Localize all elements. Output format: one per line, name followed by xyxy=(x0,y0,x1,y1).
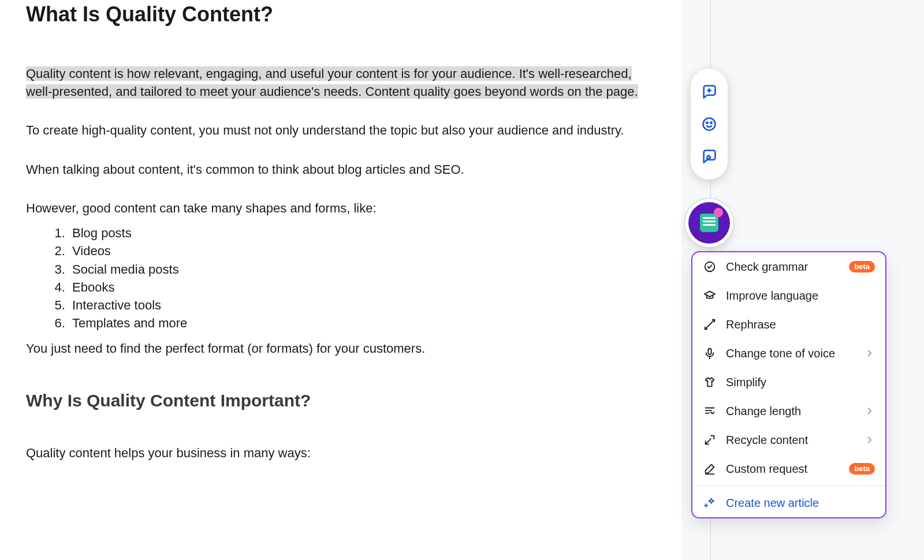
menu-item-label: Simplify xyxy=(726,376,875,389)
recycle-arrow-icon xyxy=(703,433,717,447)
paragraph: However, good content can take many shap… xyxy=(26,199,655,217)
menu-item-rephrase[interactable]: Rephrase xyxy=(692,310,885,339)
add-comment-icon xyxy=(701,84,717,100)
graduation-cap-icon xyxy=(703,289,717,303)
menu-item-improve-language[interactable]: Improve language xyxy=(692,281,885,310)
menu-item-label: Improve language xyxy=(726,289,875,303)
menu-item-label: Recycle content xyxy=(726,434,855,447)
text-resize-icon xyxy=(703,404,717,418)
menu-item-create-new-article[interactable]: Create new article xyxy=(692,488,885,517)
list-item: Blog posts xyxy=(69,224,655,242)
suggest-edit-icon xyxy=(701,148,717,165)
menu-item-change-length[interactable]: Change length xyxy=(692,397,885,425)
menu-item-label: Create new article xyxy=(726,496,875,510)
paragraph: When talking about content, it's common … xyxy=(26,160,655,178)
add-comment-button[interactable] xyxy=(700,83,718,101)
ai-assistant-fab[interactable] xyxy=(688,202,730,244)
menu-item-label: Custom request xyxy=(726,462,840,476)
emoji-react-button[interactable] xyxy=(700,115,718,133)
list-item: Ebooks xyxy=(69,278,655,296)
svg-point-3 xyxy=(706,122,707,124)
menu-item-custom-request[interactable]: Custom request beta xyxy=(692,454,885,483)
notification-dot xyxy=(714,208,723,217)
tshirt-icon xyxy=(703,375,717,389)
ai-actions-menu: Check grammar beta Improve language Reph… xyxy=(691,251,886,518)
emoji-icon xyxy=(701,116,717,132)
menu-item-label: Check grammar xyxy=(726,260,840,274)
svg-point-4 xyxy=(710,122,711,124)
check-circle-icon xyxy=(703,260,717,274)
list-item: Interactive tools xyxy=(69,296,655,314)
suggest-edit-button[interactable] xyxy=(700,147,718,166)
beta-badge: beta xyxy=(849,261,875,272)
sparkle-plus-icon xyxy=(703,496,717,510)
shuffle-icon xyxy=(703,318,717,331)
pen-custom-icon xyxy=(703,462,717,476)
chevron-right-icon xyxy=(865,435,875,445)
paragraph: You just need to find the perfect format… xyxy=(26,339,655,357)
heading-section: Why Is Quality Content Important? xyxy=(26,375,655,410)
formats-list: Blog posts Videos Social media posts Ebo… xyxy=(26,224,655,332)
mic-icon xyxy=(703,346,717,360)
menu-item-check-grammar[interactable]: Check grammar beta xyxy=(692,252,885,281)
paragraph: To create high-quality content, you must… xyxy=(26,121,655,139)
list-item: Social media posts xyxy=(69,260,655,278)
beta-badge: beta xyxy=(849,463,875,475)
list-item: Videos xyxy=(69,242,655,260)
floating-action-pill xyxy=(691,69,728,180)
svg-rect-6 xyxy=(708,349,711,354)
menu-item-label: Rephrase xyxy=(726,318,875,331)
article-content: What Is Quality Content? Quality content… xyxy=(0,0,681,560)
menu-item-change-tone[interactable]: Change tone of voice xyxy=(692,339,885,368)
menu-item-label: Change length xyxy=(726,405,855,418)
list-item: Templates and more xyxy=(69,314,655,332)
heading-main: What Is Quality Content? xyxy=(26,0,655,27)
chevron-right-icon xyxy=(865,406,875,416)
chevron-right-icon xyxy=(865,348,875,359)
menu-item-label: Change tone of voice xyxy=(726,347,855,360)
paragraph-highlighted: Quality content is how relevant, engagin… xyxy=(26,65,655,100)
paragraph: Quality content helps your business in m… xyxy=(26,444,655,462)
selected-text[interactable]: Quality content is how relevant, engagin… xyxy=(26,66,638,99)
menu-item-simplify[interactable]: Simplify xyxy=(692,368,885,397)
svg-point-2 xyxy=(703,118,716,130)
menu-item-recycle-content[interactable]: Recycle content xyxy=(692,425,885,454)
menu-divider xyxy=(692,486,885,486)
